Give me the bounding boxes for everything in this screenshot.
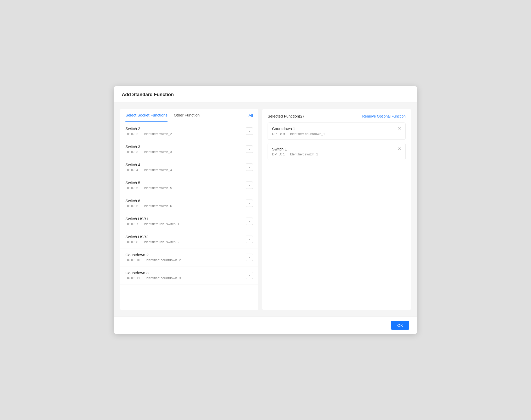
left-panel: Select Socket Functions Other Function A… (120, 109, 258, 310)
function-list-item[interactable]: Countdown 3 DP ID: 11 Identifier: countd… (120, 266, 258, 284)
selected-card-name: Switch 1 (272, 147, 322, 151)
selected-card-name: Countdown 1 (272, 126, 329, 131)
identifier-label: Identifier: switch_4 (144, 168, 172, 172)
function-item-meta: DP ID: 4 Identifier: switch_4 (125, 168, 177, 172)
identifier-label: Identifier: switch_3 (144, 150, 172, 154)
dp-id-label: DP ID: 6 (125, 204, 138, 208)
chevron-right-button[interactable]: › (246, 182, 253, 189)
function-item-meta: DP ID: 7 Identifier: usb_switch_1 (125, 222, 184, 226)
function-item-meta: DP ID: 8 Identifier: usb_switch_2 (125, 240, 184, 244)
function-list: Switch 2 DP ID: 2 Identifier: switch_2 ›… (120, 122, 258, 310)
dialog-body: Select Socket Functions Other Function A… (114, 102, 417, 317)
function-item-meta: DP ID: 3 Identifier: switch_3 (125, 150, 177, 154)
function-item-name: Switch 5 (125, 180, 177, 185)
function-item-info: Switch 5 DP ID: 5 Identifier: switch_5 (125, 180, 177, 190)
tabs-bar: Select Socket Functions Other Function A… (120, 109, 258, 122)
dp-id-label: DP ID: 4 (125, 168, 138, 172)
function-item-info: Switch 2 DP ID: 2 Identifier: switch_2 (125, 126, 177, 136)
dp-id-label: DP ID: 2 (125, 132, 138, 136)
selected-function-card: Countdown 1 DP ID: 9 Identifier: countdo… (268, 122, 406, 140)
selected-identifier: Identifier: switch_1 (290, 152, 318, 156)
function-list-item[interactable]: Countdown 2 DP ID: 10 Identifier: countd… (120, 248, 258, 266)
function-item-meta: DP ID: 5 Identifier: switch_5 (125, 186, 177, 190)
function-list-item[interactable]: Switch 4 DP ID: 4 Identifier: switch_4 › (120, 158, 258, 176)
dialog-title: Add Standard Function (122, 92, 174, 97)
function-item-meta: DP ID: 11 Identifier: countdown_3 (125, 276, 186, 280)
function-item-name: Switch 2 (125, 126, 177, 131)
dialog-footer: OK (114, 317, 417, 334)
function-item-info: Switch USB1 DP ID: 7 Identifier: usb_swi… (125, 217, 184, 226)
function-item-info: Switch 3 DP ID: 3 Identifier: switch_3 (125, 144, 177, 154)
identifier-label: Identifier: usb_switch_1 (144, 222, 180, 226)
selected-card-meta: DP ID: 9 Identifier: countdown_1 (272, 132, 329, 136)
tab-socket-functions[interactable]: Select Socket Functions (125, 109, 168, 122)
selected-card-info: Switch 1 DP ID: 1 Identifier: switch_1 (272, 147, 322, 156)
identifier-label: Identifier: switch_5 (144, 186, 172, 190)
function-item-info: Switch 6 DP ID: 6 Identifier: switch_6 (125, 199, 177, 208)
chevron-right-button[interactable]: › (246, 145, 253, 153)
selected-function-title: Selected Function(2) (268, 114, 304, 118)
function-item-meta: DP ID: 6 Identifier: switch_6 (125, 204, 177, 208)
dp-id-label: DP ID: 3 (125, 150, 138, 154)
selected-function-list: Countdown 1 DP ID: 9 Identifier: countdo… (268, 122, 406, 163)
right-panel: Selected Function(2) Remove Optional Fun… (262, 109, 411, 310)
remove-selected-button[interactable]: ✕ (398, 126, 401, 131)
dp-id-label: DP ID: 11 (125, 276, 140, 280)
function-item-name: Countdown 3 (125, 271, 186, 275)
function-item-meta: DP ID: 2 Identifier: switch_2 (125, 132, 177, 136)
identifier-label: Identifier: countdown_2 (146, 258, 181, 262)
ok-button[interactable]: OK (391, 321, 409, 330)
function-item-name: Switch 6 (125, 199, 177, 203)
function-list-item[interactable]: Switch USB2 DP ID: 8 Identifier: usb_swi… (120, 230, 258, 248)
function-list-item[interactable]: Switch 2 DP ID: 2 Identifier: switch_2 › (120, 122, 258, 140)
function-item-name: Switch USB1 (125, 217, 184, 221)
remove-selected-button[interactable]: ✕ (398, 147, 401, 151)
function-item-meta: DP ID: 10 Identifier: countdown_2 (125, 258, 186, 262)
identifier-label: Identifier: switch_2 (144, 132, 172, 136)
selected-identifier: Identifier: countdown_1 (290, 132, 325, 136)
chevron-right-button[interactable]: › (246, 127, 253, 135)
dialog-header: Add Standard Function (114, 86, 417, 102)
function-item-name: Switch USB2 (125, 235, 184, 239)
chevron-right-button[interactable]: › (246, 254, 253, 261)
dp-id-label: DP ID: 10 (125, 258, 140, 262)
function-item-name: Countdown 2 (125, 253, 186, 257)
identifier-label: Identifier: usb_switch_2 (144, 240, 180, 244)
chevron-right-button[interactable]: › (246, 164, 253, 171)
dp-id-label: DP ID: 7 (125, 222, 138, 226)
add-standard-function-dialog: Add Standard Function Select Socket Func… (114, 86, 417, 334)
function-list-item[interactable]: Switch 6 DP ID: 6 Identifier: switch_6 › (120, 194, 258, 212)
function-list-item[interactable]: Switch 5 DP ID: 5 Identifier: switch_5 › (120, 176, 258, 194)
chevron-right-button[interactable]: › (246, 200, 253, 207)
dp-id-label: DP ID: 5 (125, 186, 138, 190)
selected-function-card: Switch 1 DP ID: 1 Identifier: switch_1 ✕ (268, 143, 406, 160)
chevron-right-button[interactable]: › (246, 218, 253, 225)
function-item-info: Countdown 3 DP ID: 11 Identifier: countd… (125, 271, 186, 280)
function-item-name: Switch 4 (125, 162, 177, 167)
function-item-info: Switch 4 DP ID: 4 Identifier: switch_4 (125, 162, 177, 172)
dp-id-label: DP ID: 8 (125, 240, 138, 244)
remove-optional-function-link[interactable]: Remove Optional Function (362, 114, 406, 118)
tab-all[interactable]: All (249, 109, 253, 122)
chevron-right-button[interactable]: › (246, 236, 253, 243)
function-list-item[interactable]: Switch 3 DP ID: 3 Identifier: switch_3 › (120, 140, 258, 158)
tab-other-function[interactable]: Other Function (174, 109, 200, 122)
selected-dp-id: DP ID: 9 (272, 132, 285, 136)
identifier-label: Identifier: switch_6 (144, 204, 172, 208)
function-item-info: Countdown 2 DP ID: 10 Identifier: countd… (125, 253, 186, 262)
right-panel-header: Selected Function(2) Remove Optional Fun… (268, 114, 406, 118)
identifier-label: Identifier: countdown_3 (146, 276, 181, 280)
selected-card-meta: DP ID: 1 Identifier: switch_1 (272, 152, 322, 156)
chevron-right-button[interactable]: › (246, 272, 253, 279)
selected-card-info: Countdown 1 DP ID: 9 Identifier: countdo… (272, 126, 329, 136)
function-item-info: Switch USB2 DP ID: 8 Identifier: usb_swi… (125, 235, 184, 244)
function-item-name: Switch 3 (125, 144, 177, 149)
function-list-item[interactable]: Switch USB1 DP ID: 7 Identifier: usb_swi… (120, 212, 258, 230)
selected-dp-id: DP ID: 1 (272, 152, 285, 156)
